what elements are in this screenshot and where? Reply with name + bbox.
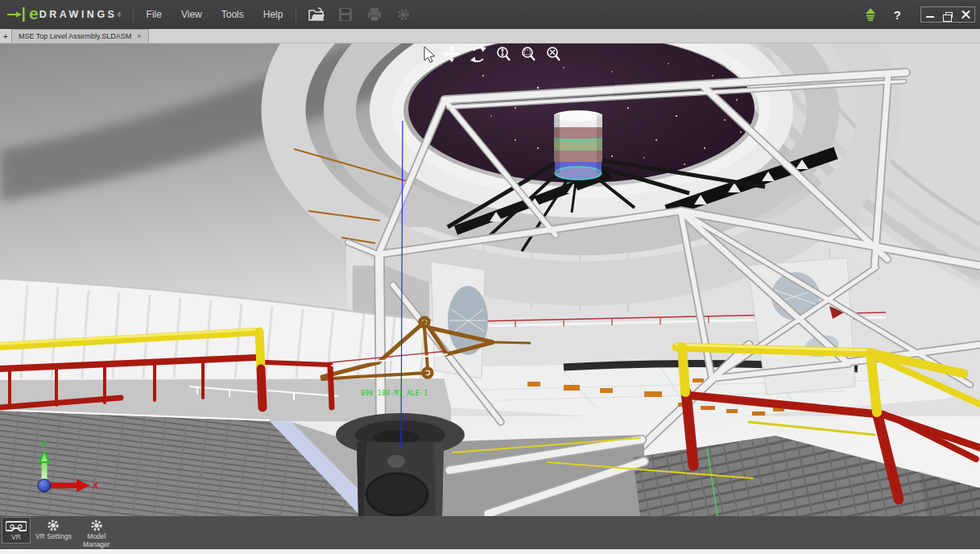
menu-view[interactable]: View (172, 0, 212, 29)
menu-file[interactable]: File (137, 0, 172, 29)
separator (296, 6, 296, 23)
brand-reg: ® (117, 12, 121, 18)
titlebar-toolbar (300, 6, 420, 23)
print-button[interactable] (366, 6, 383, 23)
brand-name: DRAWINGS (39, 9, 118, 20)
titlebar: e DRAWINGS ® File View Tools Help (0, 0, 980, 29)
publish-up-arrow-icon (863, 7, 878, 22)
gear-icon (46, 519, 60, 532)
save-icon (337, 6, 354, 23)
document-tab[interactable]: MSE Top Level Assembly.SLDASM × (11, 29, 149, 43)
status-bar (0, 549, 980, 554)
window-controls (920, 6, 975, 23)
triad-x-label: X (93, 481, 99, 490)
tabbar: + MSE Top Level Assembly.SLDASM × (0, 29, 980, 43)
viewport-3d[interactable]: 000_100-M1_ALE-1 (0, 43, 980, 516)
telescope-top-end (554, 110, 602, 180)
menubar: File View Tools Help (137, 0, 293, 29)
help-button[interactable]: ? (891, 8, 904, 22)
open-folder-icon (308, 6, 325, 23)
edrawings-window: e DRAWINGS ® File View Tools Help (0, 0, 980, 554)
close-icon (961, 10, 970, 19)
vr-button-label: VR (11, 534, 21, 542)
close-button[interactable] (957, 7, 974, 22)
edrawings-arrow-icon (6, 6, 27, 23)
model-manager-button[interactable]: Model Manager (76, 517, 117, 550)
publish-button[interactable] (862, 6, 879, 23)
vr-headset-icon (6, 519, 27, 533)
restore-button[interactable] (939, 7, 957, 22)
tab-close-icon[interactable]: × (137, 32, 141, 40)
restore-icon (945, 12, 953, 18)
minimize-button[interactable] (921, 7, 939, 22)
menu-help[interactable]: Help (254, 0, 293, 29)
tab-label: MSE Top Level Assembly.SLDASM (19, 32, 131, 40)
gear-icon (395, 6, 411, 23)
model-manager-label: Model Manager (80, 533, 114, 549)
vr-button[interactable]: VR (2, 517, 31, 544)
minimize-icon (926, 16, 934, 18)
vr-settings-button[interactable]: VR Settings (32, 517, 75, 542)
save-button[interactable] (337, 6, 354, 23)
menu-tools[interactable]: Tools (212, 0, 254, 29)
titlebar-right: ? (862, 6, 980, 23)
scene-3d: 000_100-M1_ALE-1 (0, 43, 980, 516)
bottom-toolbar: VR VR Settings Model Manager (0, 516, 980, 549)
component-annotation: 000_100-M1_ALE-1 (361, 390, 428, 397)
brand-e: e (29, 4, 39, 23)
gear-icon (89, 519, 104, 532)
triad-y-label: Y (40, 440, 47, 449)
separator (133, 6, 134, 23)
print-icon (366, 6, 382, 23)
vr-settings-label: VR Settings (35, 533, 72, 541)
new-tab-button[interactable]: + (0, 29, 11, 43)
options-button[interactable] (395, 6, 412, 23)
open-button[interactable] (308, 6, 325, 23)
edrawings-logo: e DRAWINGS ® (0, 0, 130, 29)
